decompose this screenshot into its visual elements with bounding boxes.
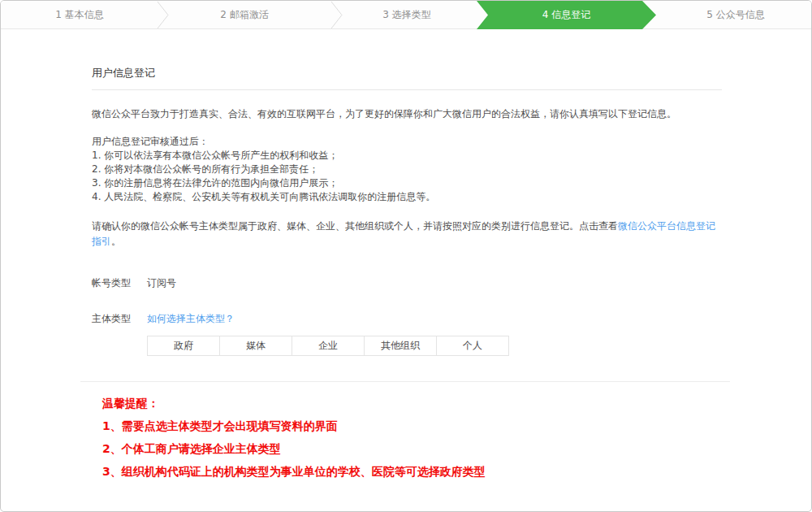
tab-individual[interactable]: 个人 [436,336,509,356]
step-separator-chevron [157,1,170,29]
notice-title: 温馨提醒： [102,392,722,414]
step-email-activate: 2 邮箱激活 [220,1,268,29]
tab-media[interactable]: 媒体 [219,336,292,356]
tab-government[interactable]: 政府 [147,336,220,356]
warm-notice: 温馨提醒： 1、需要点选主体类型才会出现填写资料的界面 2、个体工商户请选择企业… [102,392,722,483]
tab-enterprise[interactable]: 企业 [292,336,365,356]
step-info-registration-active: 4 信息登记 [477,1,656,29]
notice-item: 1、需要点选主体类型才会出现填写资料的界面 [102,414,722,437]
step-wizard: 1 基本信息 2 邮箱激活 3 选择类型 4 信息登记 5 公众号信息 [1,1,811,29]
registration-window: 1 基本信息 2 邮箱激活 3 选择类型 4 信息登记 5 公众号信息 用户信息… [0,0,812,512]
subject-type-help-link[interactable]: 如何选择主体类型？ [147,312,235,326]
account-type-row: 帐号类型 订阅号 [92,276,722,290]
intro-paragraph: 微信公众平台致力于打造真实、合法、有效的互联网平台，为了更好的保障你和广大微信用… [92,107,722,121]
review-terms-list: 用户信息登记审核通过后： 1. 你可以依法享有本微信公众帐号所产生的权利和收益；… [92,135,722,204]
subject-type-tabs: 政府 媒体 企业 其他组织 个人 [147,336,722,356]
title-block: 用户信息登记 [92,66,722,90]
step-select-type: 3 选择类型 [382,1,430,29]
subject-type-label: 主体类型 [92,312,147,326]
confirm-paragraph: 请确认你的微信公众帐号主体类型属于政府、媒体、企业、其他组织或个人，并请按照对应… [92,219,722,249]
tab-organization[interactable]: 其他组织 [364,336,437,356]
step-account-info: 5 公众号信息 [706,1,764,29]
review-item: 3. 你的注册信息将在法律允许的范围内向微信用户展示； [92,176,722,190]
account-type-label: 帐号类型 [92,276,147,290]
account-type-value: 订阅号 [147,276,176,290]
review-item: 2. 你将对本微信公众帐号的所有行为承担全部责任； [92,163,722,176]
confirm-suffix: 。 [111,236,121,247]
review-header: 用户信息登记审核通过后： [92,135,722,149]
section-divider [80,381,730,382]
step-separator-chevron [330,1,343,29]
notice-item: 3、组织机构代码证上的机构类型为事业单位的学校、医院等可选择政府类型 [102,460,722,483]
review-item: 1. 你可以依法享有本微信公众帐号所产生的权利和收益； [92,149,722,163]
notice-item: 2、个体工商户请选择企业主体类型 [102,437,722,460]
review-item: 4. 人民法院、检察院、公安机关等有权机关可向腾讯依法调取你的注册信息等。 [92,190,722,204]
page-title: 用户信息登记 [92,66,722,80]
subject-type-row: 主体类型 如何选择主体类型？ [92,312,722,326]
main-content: 用户信息登记 微信公众平台致力于打造真实、合法、有效的互联网平台，为了更好的保障… [1,29,811,483]
confirm-text: 请确认你的微信公众帐号主体类型属于政府、媒体、企业、其他组织或个人，并请按照对应… [92,220,618,232]
step-basic-info: 1 基本信息 [55,1,103,29]
